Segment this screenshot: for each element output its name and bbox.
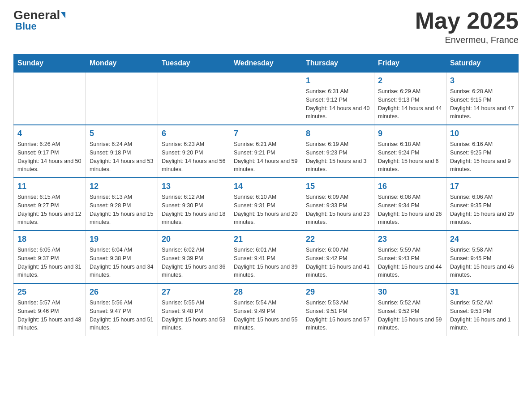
calendar-cell: 27Sunrise: 5:55 AMSunset: 9:48 PMDayligh… — [158, 283, 230, 336]
day-info: Sunrise: 6:09 AMSunset: 9:33 PMDaylight:… — [306, 193, 370, 227]
calendar-cell — [86, 72, 158, 125]
day-of-week-header: Wednesday — [230, 55, 302, 73]
day-info: Sunrise: 6:18 AMSunset: 9:24 PMDaylight:… — [378, 140, 442, 174]
day-info: Sunrise: 6:15 AMSunset: 9:27 PMDaylight:… — [17, 193, 82, 227]
day-info: Sunrise: 5:54 AMSunset: 9:49 PMDaylight:… — [234, 299, 298, 332]
day-number: 23 — [378, 235, 442, 244]
day-info: Sunrise: 6:16 AMSunset: 9:25 PMDaylight:… — [450, 140, 515, 174]
day-number: 26 — [90, 287, 154, 297]
day-number: 7 — [234, 129, 298, 138]
calendar-cell: 31Sunrise: 5:52 AMSunset: 9:53 PMDayligh… — [446, 283, 519, 336]
calendar-cell: 21Sunrise: 6:01 AMSunset: 9:41 PMDayligh… — [230, 231, 302, 283]
calendar-cell — [14, 72, 86, 125]
calendar-cell: 29Sunrise: 5:53 AMSunset: 9:51 PMDayligh… — [302, 283, 374, 336]
logo-general-text: General — [13, 9, 60, 21]
day-of-week-header: Friday — [374, 55, 446, 73]
day-info: Sunrise: 5:55 AMSunset: 9:48 PMDaylight:… — [162, 299, 226, 332]
calendar-header-row: SundayMondayTuesdayWednesdayThursdayFrid… — [14, 55, 519, 73]
day-number: 5 — [90, 129, 154, 138]
day-of-week-header: Sunday — [14, 55, 86, 73]
calendar-cell: 25Sunrise: 5:57 AMSunset: 9:46 PMDayligh… — [14, 283, 86, 336]
calendar-cell: 20Sunrise: 6:02 AMSunset: 9:39 PMDayligh… — [158, 231, 230, 283]
calendar-cell: 23Sunrise: 5:59 AMSunset: 9:43 PMDayligh… — [374, 231, 446, 283]
calendar-cell: 15Sunrise: 6:09 AMSunset: 9:33 PMDayligh… — [302, 178, 374, 231]
calendar-cell: 8Sunrise: 6:19 AMSunset: 9:23 PMDaylight… — [302, 125, 374, 178]
calendar-cell — [158, 72, 230, 125]
day-number: 3 — [450, 76, 515, 86]
day-info: Sunrise: 6:31 AMSunset: 9:12 PMDaylight:… — [306, 87, 370, 121]
day-number: 1 — [306, 76, 370, 86]
day-number: 16 — [378, 182, 442, 191]
day-number: 15 — [306, 182, 370, 191]
day-info: Sunrise: 6:01 AMSunset: 9:41 PMDaylight:… — [234, 246, 298, 279]
day-info: Sunrise: 6:05 AMSunset: 9:37 PMDaylight:… — [17, 246, 82, 279]
day-info: Sunrise: 6:23 AMSunset: 9:20 PMDaylight:… — [162, 140, 226, 174]
day-info: Sunrise: 6:00 AMSunset: 9:42 PMDaylight:… — [306, 246, 370, 279]
day-info: Sunrise: 6:12 AMSunset: 9:30 PMDaylight:… — [162, 193, 226, 227]
day-number: 27 — [162, 287, 226, 297]
day-info: Sunrise: 5:53 AMSunset: 9:51 PMDaylight:… — [306, 299, 370, 332]
week-row: 4Sunrise: 6:26 AMSunset: 9:17 PMDaylight… — [14, 125, 519, 178]
logo-triangle-icon — [61, 12, 65, 18]
calendar-cell: 4Sunrise: 6:26 AMSunset: 9:17 PMDaylight… — [14, 125, 86, 178]
page-header: General Blue May 2025 Envermeu, France — [13, 9, 519, 45]
day-number: 2 — [378, 76, 442, 86]
day-number: 14 — [234, 182, 298, 191]
calendar-cell: 24Sunrise: 5:58 AMSunset: 9:45 PMDayligh… — [446, 231, 519, 283]
day-info: Sunrise: 6:26 AMSunset: 9:17 PMDaylight:… — [17, 140, 82, 174]
day-number: 11 — [17, 182, 82, 191]
week-row: 11Sunrise: 6:15 AMSunset: 9:27 PMDayligh… — [14, 178, 519, 231]
calendar-cell — [230, 72, 302, 125]
day-info: Sunrise: 5:52 AMSunset: 9:53 PMDaylight:… — [450, 299, 515, 332]
calendar-cell: 10Sunrise: 6:16 AMSunset: 9:25 PMDayligh… — [446, 125, 519, 178]
day-info: Sunrise: 5:59 AMSunset: 9:43 PMDaylight:… — [378, 246, 442, 279]
calendar-cell: 28Sunrise: 5:54 AMSunset: 9:49 PMDayligh… — [230, 283, 302, 336]
day-number: 10 — [450, 129, 515, 138]
day-info: Sunrise: 5:58 AMSunset: 9:45 PMDaylight:… — [450, 246, 515, 279]
month-title: May 2025 — [415, 9, 519, 32]
calendar-cell: 30Sunrise: 5:52 AMSunset: 9:52 PMDayligh… — [374, 283, 446, 336]
day-number: 19 — [90, 235, 154, 244]
week-row: 25Sunrise: 5:57 AMSunset: 9:46 PMDayligh… — [14, 283, 519, 336]
calendar-cell: 7Sunrise: 6:21 AMSunset: 9:21 PMDaylight… — [230, 125, 302, 178]
week-row: 18Sunrise: 6:05 AMSunset: 9:37 PMDayligh… — [14, 231, 519, 283]
day-number: 24 — [450, 235, 515, 244]
day-of-week-header: Tuesday — [158, 55, 230, 73]
calendar-cell: 3Sunrise: 6:28 AMSunset: 9:15 PMDaylight… — [446, 72, 519, 125]
day-info: Sunrise: 6:28 AMSunset: 9:15 PMDaylight:… — [450, 87, 515, 121]
day-info: Sunrise: 6:29 AMSunset: 9:13 PMDaylight:… — [378, 87, 442, 121]
day-of-week-header: Thursday — [302, 55, 374, 73]
calendar-cell: 5Sunrise: 6:24 AMSunset: 9:18 PMDaylight… — [86, 125, 158, 178]
logo-blue-text: Blue — [15, 21, 37, 32]
day-number: 28 — [234, 287, 298, 297]
day-info: Sunrise: 6:24 AMSunset: 9:18 PMDaylight:… — [90, 140, 154, 174]
calendar-cell: 17Sunrise: 6:06 AMSunset: 9:35 PMDayligh… — [446, 178, 519, 231]
day-number: 9 — [378, 129, 442, 138]
day-number: 12 — [90, 182, 154, 191]
day-of-week-header: Monday — [86, 55, 158, 73]
day-info: Sunrise: 6:06 AMSunset: 9:35 PMDaylight:… — [450, 193, 515, 227]
calendar-cell: 22Sunrise: 6:00 AMSunset: 9:42 PMDayligh… — [302, 231, 374, 283]
location: Envermeu, France — [415, 35, 519, 45]
day-number: 25 — [17, 287, 82, 297]
title-area: May 2025 Envermeu, France — [415, 9, 519, 45]
calendar-cell: 9Sunrise: 6:18 AMSunset: 9:24 PMDaylight… — [374, 125, 446, 178]
day-info: Sunrise: 5:56 AMSunset: 9:47 PMDaylight:… — [90, 299, 154, 332]
day-number: 31 — [450, 287, 515, 297]
day-number: 4 — [17, 129, 82, 138]
calendar-cell: 19Sunrise: 6:04 AMSunset: 9:38 PMDayligh… — [86, 231, 158, 283]
calendar-cell: 12Sunrise: 6:13 AMSunset: 9:28 PMDayligh… — [86, 178, 158, 231]
day-info: Sunrise: 5:57 AMSunset: 9:46 PMDaylight:… — [17, 299, 82, 332]
calendar-table: SundayMondayTuesdayWednesdayThursdayFrid… — [13, 54, 519, 336]
logo: General Blue — [13, 9, 65, 32]
calendar-cell: 6Sunrise: 6:23 AMSunset: 9:20 PMDaylight… — [158, 125, 230, 178]
calendar-cell: 18Sunrise: 6:05 AMSunset: 9:37 PMDayligh… — [14, 231, 86, 283]
day-number: 17 — [450, 182, 515, 191]
calendar-cell: 1Sunrise: 6:31 AMSunset: 9:12 PMDaylight… — [302, 72, 374, 125]
day-number: 6 — [162, 129, 226, 138]
calendar-cell: 2Sunrise: 6:29 AMSunset: 9:13 PMDaylight… — [374, 72, 446, 125]
day-number: 22 — [306, 235, 370, 244]
calendar-cell: 13Sunrise: 6:12 AMSunset: 9:30 PMDayligh… — [158, 178, 230, 231]
day-info: Sunrise: 6:13 AMSunset: 9:28 PMDaylight:… — [90, 193, 154, 227]
week-row: 1Sunrise: 6:31 AMSunset: 9:12 PMDaylight… — [14, 72, 519, 125]
